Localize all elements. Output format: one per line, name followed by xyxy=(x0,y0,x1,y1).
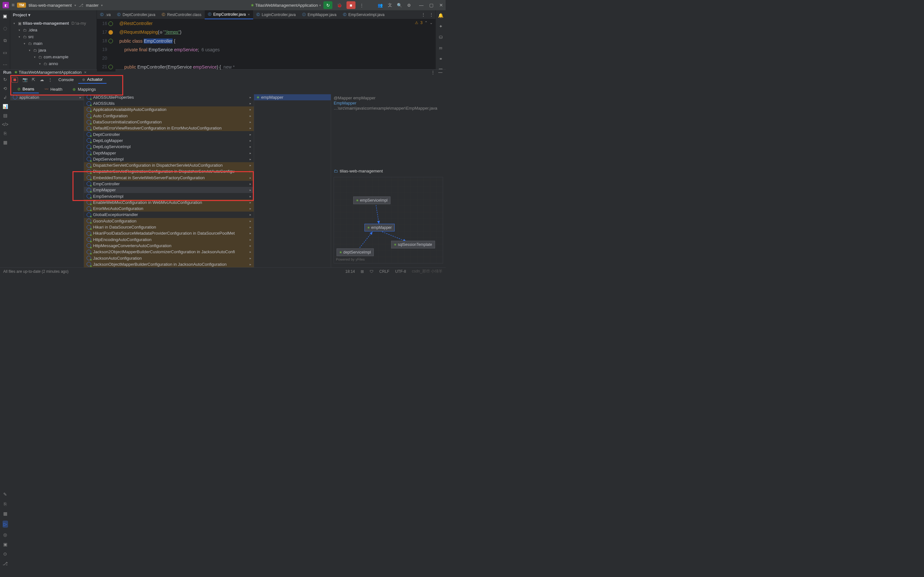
database-icon[interactable]: ⛁ xyxy=(439,35,443,40)
filter-icon[interactable]: ▦ xyxy=(3,140,7,145)
cloud-icon[interactable]: ☁ xyxy=(38,77,45,82)
bean-row[interactable]: ❀DeptMapper▸ xyxy=(84,150,254,156)
shield-icon[interactable]: 🛡 xyxy=(370,269,373,274)
project-panel-header[interactable]: Project ▾ xyxy=(10,10,97,19)
reader-mode-icon[interactable]: ⋮ xyxy=(419,12,427,17)
settings-icon[interactable]: ⚙ xyxy=(405,3,413,8)
copy-icon[interactable]: ⎘ xyxy=(4,131,6,136)
export-icon[interactable]: ⇱ xyxy=(29,77,37,82)
chevron-up-icon[interactable]: ⌃ xyxy=(425,21,428,25)
editor-tab[interactable]: ⒸEmpController.java× xyxy=(205,10,253,19)
health-tab[interactable]: 〰 Health xyxy=(40,85,67,93)
maven-icon[interactable]: m xyxy=(439,45,442,51)
git-branch-icon[interactable]: ⎇ xyxy=(79,3,83,8)
editor-tab[interactable]: ⒸRestController.class xyxy=(158,10,205,19)
selected-dependency[interactable]: ❀ empMapper xyxy=(254,94,331,100)
line-sep[interactable]: CRLF xyxy=(379,269,389,274)
bean-row[interactable]: ❀DeptLogMapper▸ xyxy=(84,137,254,143)
bean-row[interactable]: ❀DispatcherServletRegistrationConfigurat… xyxy=(84,168,254,174)
more-tool-icon[interactable]: ⋯ xyxy=(2,61,8,68)
notifications-icon[interactable]: 🔔 xyxy=(438,13,443,18)
bean-row[interactable]: ❀AliOSSUtileProperties▸ xyxy=(84,94,254,100)
bean-row[interactable]: ❀ApplicationAvailabilityAutoConfiguratio… xyxy=(84,106,254,113)
search-icon[interactable]: 🔍 xyxy=(396,3,403,8)
camera-icon[interactable]: 📷 xyxy=(21,77,29,82)
project-dropdown[interactable]: tilias-web-management xyxy=(29,3,71,8)
project-tool-icon[interactable]: ▣ xyxy=(2,13,8,19)
dependency-column[interactable]: ❀ empMapper xyxy=(254,94,331,268)
tree-node[interactable]: ▾🗀anno xyxy=(10,60,97,67)
beans-column[interactable]: ❀AliOSSUtileProperties▸❀AliOSSUtils▸❀App… xyxy=(84,94,254,268)
tree-node[interactable]: ▾🗀.idea xyxy=(10,27,97,33)
context-item[interactable]: application ▸ xyxy=(10,94,84,100)
bean-row[interactable]: ❀DeptController▸ xyxy=(84,131,254,137)
editor-tab[interactable]: ⒸLoginController.java xyxy=(253,10,299,19)
graph-node[interactable]: ❀empMapper xyxy=(365,224,395,231)
run-tab[interactable]: ❀ TiliasWebManagementApplication × xyxy=(15,70,86,75)
tree-node[interactable]: ▾🗀main xyxy=(10,40,97,47)
bookmarks-tool-icon[interactable]: ▭ xyxy=(2,49,8,56)
tree-root[interactable]: ▾▣ tilias-web-management D:\a-my xyxy=(10,20,97,27)
close-icon[interactable]: × xyxy=(84,70,87,75)
bean-row[interactable]: ❀DeptServiceImpl▸ xyxy=(84,156,254,162)
tree-node[interactable]: ▾🗀src xyxy=(10,33,97,40)
structure-tool-icon[interactable]: ⧉ xyxy=(2,37,8,44)
inspection-widget[interactable]: ⚠ 3 ⌃ ⌄ xyxy=(415,21,433,25)
console-tab[interactable]: Console xyxy=(55,76,78,83)
bean-row[interactable]: ❀DeptLogServiceImpl▸ xyxy=(84,143,254,150)
line-wrap-icon[interactable]: ↲ xyxy=(3,95,7,100)
stop-button[interactable]: ■ xyxy=(347,1,355,9)
bean-row[interactable]: ❀EnableWebMvcConfiguration in WebMvcAuto… xyxy=(84,199,254,205)
bean-row[interactable]: ❀EmpMapper▸ xyxy=(84,187,254,193)
tabs-more-icon[interactable]: ⋮ xyxy=(427,12,435,17)
rerun-icon[interactable]: ↻ xyxy=(3,77,7,82)
bean-row[interactable]: ❀GlobalExceptionHandler▸ xyxy=(84,211,254,218)
branch-dropdown[interactable]: master xyxy=(86,3,99,8)
persistence-icon[interactable]: ⚭ xyxy=(439,56,443,61)
refresh-icon[interactable]: ⟲ xyxy=(3,86,7,91)
editor-tab[interactable]: Ⓒ.va xyxy=(97,10,114,19)
bean-row[interactable]: ❀EmpServiceImpl▸ xyxy=(84,193,254,199)
main-menu-icon[interactable]: ≡ xyxy=(11,2,15,8)
translate-icon[interactable]: 文 xyxy=(386,2,393,8)
code-with-me-icon[interactable]: 👥 xyxy=(376,3,384,8)
encoding[interactable]: UTF-8 xyxy=(395,269,406,274)
beans-tab[interactable]: ⊘ Beans xyxy=(13,85,39,93)
actuator-tab[interactable]: ⊚ Actuator xyxy=(78,76,107,84)
maximize-button[interactable]: ▢ xyxy=(429,3,433,8)
code-editor[interactable]: 161718192021 @RestController@RequestMapp… xyxy=(97,19,435,71)
bean-row[interactable]: ❀Auto Configuration▸ xyxy=(84,113,254,119)
bean-row[interactable]: ❀Hikari in DataSourceConfiguration▸ xyxy=(84,224,254,230)
graph-node[interactable]: ❀sqlSessionTemplate xyxy=(391,241,435,248)
project-tree[interactable]: ▾▣ tilias-web-management D:\a-my ▾🗀.idea… xyxy=(10,19,97,68)
chevron-down-icon[interactable]: ⌄ xyxy=(430,21,433,25)
bean-row[interactable]: ❀EmbeddedTomcat in ServletWebServerFacto… xyxy=(84,175,254,181)
tree-node[interactable]: ▾🗀com.example xyxy=(10,53,97,60)
dependency-graph[interactable]: 🗀 tilias-web-management ❀empServiceImpl … xyxy=(334,169,443,263)
bean-row[interactable]: ❀JacksonObjectMapperBuilderConfiguration… xyxy=(84,261,254,268)
windows-icon[interactable]: ⊞ xyxy=(360,269,364,274)
stop-process-button[interactable] xyxy=(11,77,18,83)
editor-tab[interactable]: ⒾEmpMapper.java xyxy=(299,10,340,19)
bean-row[interactable]: ❀DispatcherServletConfiguration in Dispa… xyxy=(84,162,254,168)
commit-tool-icon[interactable]: ◌ xyxy=(2,25,8,31)
ai-icon[interactable]: ✦ xyxy=(439,24,443,29)
close-icon[interactable]: × xyxy=(248,13,250,16)
bean-row[interactable]: ❀DefaultErrorViewResolverConfiguration i… xyxy=(84,125,254,131)
bean-row[interactable]: ❀GsonAutoConfiguration▸ xyxy=(84,218,254,224)
bean-row[interactable]: ❀EmpController▸ xyxy=(84,181,254,187)
debug-button[interactable]: 🐞 xyxy=(335,1,344,9)
tree-node[interactable]: ▾🗀java xyxy=(10,47,97,53)
bean-row[interactable]: ❀AliOSSUtils▸ xyxy=(84,100,254,106)
close-button[interactable]: ✕ xyxy=(439,3,443,8)
bean-row[interactable]: ❀HikariPoolDataSourceMetadataProviderCon… xyxy=(84,230,254,236)
bean-row[interactable]: ❀HttpMessageConvertersAutoConfiguration▸ xyxy=(84,243,254,249)
more-actions-icon[interactable]: ⋮ xyxy=(358,3,365,8)
bean-type-link[interactable]: EmpMapper xyxy=(334,101,357,105)
bean-row[interactable]: ❀HttpEncodingAutoConfiguration▸ xyxy=(84,237,254,243)
bean-row[interactable]: ❀Jackson2ObjectMapperBuilderCustomizerCo… xyxy=(84,249,254,255)
minimize-button[interactable]: — xyxy=(419,3,423,8)
code-icon[interactable]: </> xyxy=(2,122,8,127)
graph-node[interactable]: ❀deptServiceImpl xyxy=(336,248,374,256)
more-icon[interactable]: ⋮ xyxy=(46,77,54,82)
